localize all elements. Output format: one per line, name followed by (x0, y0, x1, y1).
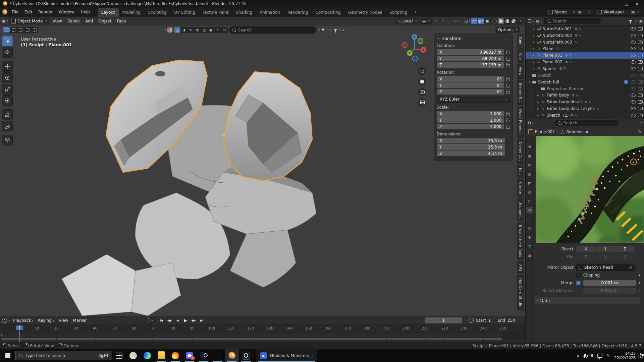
outliner-filter-icon[interactable] (629, 20, 632, 22)
menu-item[interactable]: Edit (21, 8, 35, 16)
close-button[interactable]: × (636, 2, 639, 6)
animate-dot[interactable] (639, 282, 640, 284)
gizmo-z-axis[interactable]: Z (412, 34, 417, 40)
play-reverse-button[interactable]: ◀ (174, 317, 181, 323)
viewport-menu-item[interactable]: Object (96, 18, 114, 24)
viewlayer-selector[interactable]: ViewLayer ▣ × (595, 8, 642, 16)
rotation-mode-dropdown[interactable]: XYZ Euler▾ (437, 96, 510, 103)
timeline-channels[interactable]: ▸ (0, 333, 525, 341)
select-subtract-button[interactable] (17, 27, 24, 33)
bisect-distance-field[interactable]: 0.001 m (583, 288, 636, 294)
taskbar-app-discord[interactable]: 1 (182, 349, 197, 362)
select-new-button[interactable] (3, 27, 10, 33)
ortho-perspective-icon[interactable] (418, 98, 426, 107)
n-panel-tab[interactable]: Quad Remesh (517, 106, 524, 138)
object-type-visibility-dropdown[interactable]: ◳▾ (464, 18, 470, 24)
lock-icon[interactable] (506, 52, 510, 54)
search-history-icon[interactable]: ▾ (319, 28, 320, 32)
hide-in-viewport-icon[interactable] (631, 41, 636, 44)
merge-value-field[interactable]: 0.001 m (583, 280, 636, 286)
annotate-tool[interactable] (2, 109, 13, 120)
rendered-shading-icon[interactable] (511, 18, 517, 24)
outliner-row[interactable]: ▸∿Fafnir body⚙∿ (526, 92, 644, 99)
cursor-tool[interactable] (2, 47, 13, 58)
outliner-row[interactable]: ▸∿Sketch +Z⚙∿ (526, 112, 644, 119)
mirror-object-field[interactable]: Sketch Y head × (576, 264, 635, 271)
outliner-row[interactable]: ▸∿Fafnir body detail⚙∿ (526, 99, 644, 105)
n-panel-tab[interactable]: Create (517, 179, 524, 197)
n-panel-tab[interactable]: View (517, 64, 524, 78)
location-field[interactable]: Y-68.204 m (437, 56, 504, 61)
disable-in-render-icon[interactable] (638, 107, 643, 110)
workspace-tab[interactable]: Texture Paint (199, 8, 232, 17)
dimension-field[interactable]: Z4.14 m (437, 150, 505, 156)
properties-search-input[interactable]: Search (555, 120, 619, 126)
speaker-icon[interactable] (591, 354, 593, 357)
hide-in-viewport-icon[interactable] (631, 60, 636, 64)
add-primitive-tool[interactable] (2, 135, 13, 145)
bisect-axis-button[interactable]: X (576, 246, 595, 252)
end-frame-field[interactable]: 250 (507, 318, 515, 323)
properties-tab-particles[interactable]: ∴ (526, 216, 533, 223)
viewport-options-button[interactable]: Options▾ (495, 26, 520, 33)
breadcrumb-object[interactable]: Plane.001 (535, 129, 555, 134)
taskbar-window-button[interactable]: ▶ Minions & Monsters... (256, 349, 317, 362)
hide-in-viewport-icon[interactable] (631, 54, 636, 57)
properties-editor-icon[interactable]: ⚙▾ (528, 121, 534, 125)
properties-tab-tool[interactable]: ⚒ (526, 143, 533, 150)
panel-grip-icon[interactable]: :::: (504, 37, 510, 40)
dimension-field[interactable]: Y15.3 m (437, 144, 505, 150)
lock-icon[interactable] (506, 58, 510, 61)
workspace-tab[interactable]: Shading (232, 8, 256, 17)
task-view-button[interactable] (112, 349, 126, 362)
transform-collapse-icon[interactable]: ▾ (438, 37, 439, 40)
snap-settings-dropdown[interactable]: ▾ (439, 18, 445, 24)
hide-in-viewport-icon[interactable] (631, 27, 636, 31)
blenderkit-search-input[interactable]: Search (229, 26, 316, 34)
proportional-editing-icon[interactable]: ◌ (446, 18, 452, 24)
microphone-icon[interactable] (584, 354, 586, 357)
select-intersect-button[interactable] (31, 27, 38, 33)
outliner-row[interactable]: ▸▽Plane.002⚙▽ (526, 59, 644, 65)
disable-in-render-icon[interactable] (638, 27, 643, 31)
workspace-tab[interactable]: Modeling (119, 8, 145, 17)
workspace-tab[interactable]: UV Editing (170, 8, 199, 17)
viewport-menu-item[interactable]: Face (114, 18, 128, 24)
filter-icon[interactable] (334, 29, 337, 31)
pen-icon[interactable]: ✎ (607, 353, 610, 358)
select-box-tool[interactable] (2, 36, 13, 46)
taskbar-app-firefox[interactable] (168, 349, 182, 362)
navigation-gizmo[interactable]: Z X Y (401, 34, 427, 66)
outliner-row[interactable]: Sketch (526, 72, 644, 79)
disable-in-render-icon[interactable] (638, 80, 643, 84)
next-keyframe-button[interactable]: ◆▶ (190, 317, 197, 323)
keying-dropdown[interactable]: ▾ (152, 319, 153, 322)
blender-menu-icon[interactable] (2, 9, 7, 15)
measure-tool[interactable] (2, 121, 13, 131)
clear-object-icon[interactable]: × (629, 265, 632, 270)
disable-in-render-icon[interactable] (638, 74, 643, 77)
menu-item[interactable]: Help (77, 8, 93, 16)
show-gizmo-toggle[interactable]: ↗▾ (471, 18, 477, 24)
select-extend-button[interactable] (10, 27, 17, 33)
workspace-tab[interactable]: Animation (256, 8, 284, 17)
workspace-tab[interactable]: Geometry Nodes (344, 8, 386, 17)
scale-field[interactable]: X1.000 (437, 111, 504, 117)
channel-expander-icon[interactable]: ▸ (1, 333, 3, 337)
outliner-row[interactable]: ▸▽Sphere⚙▽ (526, 65, 644, 72)
disable-in-render-icon[interactable] (638, 47, 643, 50)
gizmo-neg-x-axis[interactable] (402, 42, 408, 48)
properties-tab-view-layer[interactable]: ▥ (526, 171, 533, 177)
scene-selector[interactable]: Scene ✎ ▣ × (546, 8, 593, 16)
pin-id-icon[interactable]: ✎ (638, 129, 641, 134)
transform-orientation-dropdown[interactable]: ⤡Local▾ (395, 18, 419, 24)
taskbar-app-edge[interactable] (140, 349, 154, 362)
properties-tab-output[interactable]: ▤ (526, 162, 533, 168)
taskbar-app-pureref[interactable] (239, 349, 253, 362)
lock-icon[interactable] (506, 64, 510, 67)
outliner-row[interactable]: ▸▽Plane.001⚙▽ (526, 52, 644, 59)
collection-checkbox[interactable] (624, 73, 628, 77)
mode-dropdown[interactable]: Object Mode▾ (9, 18, 49, 24)
n-panel-tab[interactable]: Item (517, 34, 524, 49)
add-workspace-button[interactable]: + (411, 8, 420, 16)
